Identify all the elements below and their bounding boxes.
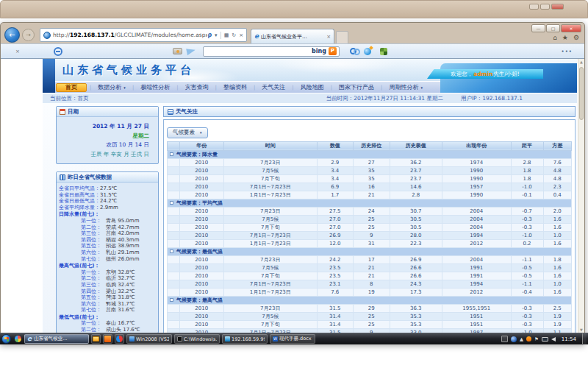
scrollbar[interactable]: ▲ ▼ bbox=[578, 59, 584, 333]
taskbar-button-1[interactable]: Win2008 (VS2... bbox=[126, 334, 172, 344]
chevron-down-icon: ▾ bbox=[420, 85, 423, 90]
rank-item: 第五位：招远 38.9mm bbox=[59, 243, 156, 250]
table-cell: 7月5候 bbox=[224, 312, 318, 320]
taskbar-button-4[interactable]: W现代手册.docx ... bbox=[270, 334, 315, 344]
media-app-button[interactable] bbox=[115, 334, 124, 344]
table-cell: 21 bbox=[354, 263, 390, 272]
green-app-icon[interactable] bbox=[380, 48, 387, 55]
rank-label: 第四位： bbox=[81, 289, 106, 295]
table-cell: 2010 bbox=[179, 255, 224, 263]
row-lead-cell bbox=[168, 312, 180, 320]
table-cell: 29 bbox=[354, 304, 390, 312]
rank-item: 第二位：临沂 32.7℃ bbox=[59, 275, 156, 282]
more-options-icon[interactable]: ••• bbox=[562, 49, 573, 54]
volume-icon[interactable] bbox=[551, 337, 556, 342]
back-button[interactable]: ← bbox=[4, 27, 20, 43]
search-badge-icon[interactable]: P bbox=[329, 47, 337, 55]
taskbar-ie-button[interactable]: e 山东省气候业... bbox=[24, 334, 89, 344]
nav-items: 首页|数据分析▾|极端性分析|灾害查询|整编资料|天气关注|风险地图|国家下行产… bbox=[56, 83, 429, 92]
close-button[interactable]: × bbox=[561, 24, 581, 32]
climate-stat: 全省日最低气温：24.2℃ bbox=[59, 198, 156, 205]
table-cell: 2010 bbox=[179, 239, 224, 247]
clock[interactable]: 11:54 bbox=[562, 336, 576, 342]
nav-item-6[interactable]: 天气关注 bbox=[255, 83, 292, 91]
date-panel-header: 日期 bbox=[57, 107, 158, 117]
table-cell: 28.0 bbox=[390, 231, 442, 239]
quick-launch-icon[interactable] bbox=[13, 335, 22, 344]
table-cell: 7月23日 bbox=[224, 207, 318, 215]
table-cell: -0.7 bbox=[511, 207, 543, 215]
collapse-checkbox[interactable] bbox=[170, 250, 173, 253]
rank-item: 第七位：德州 26.0mm bbox=[59, 256, 156, 263]
collapse-checkbox[interactable] bbox=[170, 201, 173, 205]
scrollbar-thumb[interactable] bbox=[579, 67, 584, 120]
tab-close-icon[interactable]: × bbox=[326, 34, 331, 40]
minimize-button[interactable]: — bbox=[531, 24, 545, 32]
search-caret-icon[interactable]: ▾ bbox=[215, 32, 218, 38]
table-cell: 23.7 bbox=[390, 174, 442, 183]
taskbar-button-2[interactable]: C:\Windows\s... bbox=[174, 334, 220, 344]
table-cell: 2010 bbox=[179, 231, 224, 239]
favorites-star-icon[interactable]: ★ bbox=[562, 34, 568, 41]
collapse-checkbox[interactable] bbox=[170, 152, 173, 156]
table-cell: 2010 bbox=[179, 207, 224, 215]
nav-item-3[interactable]: 极端性分析 bbox=[134, 83, 176, 91]
taskbar-button-3[interactable]: 192.168.59.99... bbox=[222, 334, 268, 344]
tray-orange-icon[interactable] bbox=[526, 336, 531, 342]
rank-section-title: 最高气温(前七)： bbox=[59, 263, 156, 269]
table-row: 20107月23日2.92736.219742.87.6 bbox=[168, 158, 572, 166]
nav-item-9[interactable]: 周期性分析▾ bbox=[382, 83, 429, 91]
search-icon[interactable]: ρ bbox=[207, 32, 212, 38]
nav-item-8[interactable]: 国家下行产品 bbox=[332, 83, 381, 91]
ie-icon: e bbox=[254, 33, 259, 40]
home-icon[interactable]: ⌂ bbox=[553, 34, 557, 41]
nav-item-7[interactable]: 风险地图 bbox=[294, 83, 331, 91]
orange-app-button[interactable] bbox=[103, 334, 112, 344]
show-hidden-icons[interactable]: ▲ bbox=[520, 336, 523, 342]
weekday: 星期二 bbox=[61, 132, 149, 141]
nav-item-1[interactable]: 首页 bbox=[56, 83, 87, 92]
tray-sphere-icon[interactable] bbox=[511, 336, 517, 342]
network-icon[interactable] bbox=[542, 337, 548, 342]
rank-item: 第四位：梁山 32.2℃ bbox=[59, 289, 156, 295]
address-bar[interactable]: http://192.168.137.1/GLCCLIMATE/modules/… bbox=[40, 28, 247, 42]
scroll-up-icon[interactable]: ▲ bbox=[578, 59, 584, 66]
nav-item-5[interactable]: 整编资料 bbox=[217, 83, 254, 91]
toolbar-search-box[interactable]: bing P bbox=[203, 46, 340, 57]
table-cell: 26.6 bbox=[390, 272, 442, 280]
table-cell: 7月23日 bbox=[224, 158, 318, 166]
camera-icon[interactable] bbox=[173, 48, 182, 54]
table-cell: 9 bbox=[354, 231, 390, 239]
command-bar: × bing P ••• bbox=[1, 43, 584, 58]
explorer-button[interactable] bbox=[91, 334, 101, 344]
minimize-icon[interactable] bbox=[529, 4, 539, 10]
refresh-icon[interactable]: ↻ bbox=[232, 32, 236, 38]
gear-icon[interactable]: ⚙ bbox=[573, 34, 579, 41]
close-icon[interactable] bbox=[551, 4, 564, 10]
background-window[interactable] bbox=[0, 0, 588, 18]
window-controls: — ▢ × bbox=[531, 24, 581, 32]
table-cell: -0.5 bbox=[511, 272, 543, 280]
table-cell: 24.2 bbox=[317, 255, 354, 263]
climate-element-filter-button[interactable]: 气候要素 ▾ bbox=[167, 127, 208, 138]
maximize-button[interactable]: ▢ bbox=[546, 24, 560, 32]
maximize-icon[interactable] bbox=[540, 4, 550, 10]
start-button[interactable] bbox=[1, 334, 11, 344]
bird-app-icon[interactable] bbox=[364, 48, 371, 55]
nav-item-4[interactable]: 灾害查询 bbox=[179, 83, 215, 91]
show-desktop-button[interactable] bbox=[582, 333, 587, 345]
language-indicator-icon[interactable] bbox=[501, 336, 508, 342]
new-tab-button[interactable] bbox=[336, 31, 348, 43]
send-icon[interactable] bbox=[186, 47, 196, 55]
collapse-checkbox[interactable] bbox=[170, 298, 173, 302]
close-toolbar-icon[interactable]: × bbox=[15, 49, 20, 54]
table-cell: 7.6 bbox=[543, 158, 572, 166]
messenger-icon[interactable] bbox=[350, 48, 356, 54]
forward-button[interactable]: → bbox=[22, 29, 35, 41]
stop-icon[interactable]: × bbox=[239, 32, 243, 38]
blocked-icon[interactable] bbox=[54, 47, 62, 56]
nav-item-2[interactable]: 数据分析▾ bbox=[91, 83, 132, 91]
browser-tab[interactable]: e 山东省气候业务平... × bbox=[251, 29, 334, 43]
compatibility-icon[interactable]: ▦ bbox=[224, 32, 229, 38]
action-center-flag-icon[interactable]: ⚑ bbox=[534, 336, 539, 342]
